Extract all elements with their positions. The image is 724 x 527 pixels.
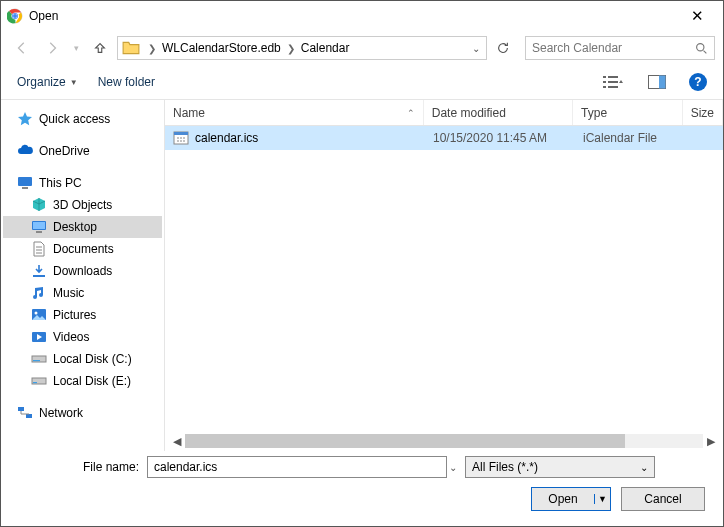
- file-list: Name ⌃ Date modified Type Size calendar.…: [164, 100, 723, 451]
- file-type-filter[interactable]: All Files (*.*) ⌄: [465, 456, 655, 478]
- sidebar-item-desktop[interactable]: Desktop: [3, 216, 162, 238]
- chevron-right-icon[interactable]: ❯: [283, 43, 299, 54]
- sidebar-item-this-pc[interactable]: This PC: [3, 172, 162, 194]
- forward-button[interactable]: [39, 35, 65, 61]
- sidebar-item-videos[interactable]: Videos: [3, 326, 162, 348]
- sidebar-item-disk-c[interactable]: Local Disk (C:): [3, 348, 162, 370]
- sidebar-label: Network: [39, 406, 83, 420]
- column-header-size[interactable]: Size: [683, 100, 723, 125]
- navigation-bar: ▾ ❯ WLCalendarStore.edb ❯ Calendar ⌄ Sea…: [1, 31, 723, 65]
- sidebar-label: 3D Objects: [53, 198, 112, 212]
- svg-point-3: [13, 14, 17, 18]
- chevron-down-icon: ⌄: [449, 462, 457, 473]
- sidebar-label: Downloads: [53, 264, 112, 278]
- open-split-dropdown[interactable]: ▼: [594, 494, 610, 504]
- pc-icon: [17, 175, 33, 191]
- file-row[interactable]: calendar.ics 10/15/2020 11:45 AM iCalend…: [165, 126, 723, 150]
- svg-rect-29: [174, 132, 188, 135]
- sidebar-label: Videos: [53, 330, 89, 344]
- organize-menu[interactable]: Organize ▼: [17, 75, 78, 89]
- preview-pane-button[interactable]: [645, 70, 669, 94]
- sidebar-label: Quick access: [39, 112, 110, 126]
- svg-point-20: [35, 312, 38, 315]
- filter-label: All Files (*.*): [472, 460, 538, 474]
- column-label: Size: [691, 106, 714, 120]
- address-bar[interactable]: ❯ WLCalendarStore.edb ❯ Calendar ⌄: [117, 36, 487, 60]
- recent-locations-dropdown[interactable]: ▾: [69, 35, 83, 61]
- svg-rect-17: [36, 231, 42, 233]
- breadcrumb-item[interactable]: Calendar: [299, 41, 352, 55]
- new-folder-label: New folder: [98, 75, 155, 89]
- svg-rect-7: [603, 81, 606, 83]
- desktop-icon: [31, 219, 47, 235]
- scrollbar-track[interactable]: [185, 434, 703, 448]
- sidebar-item-quick-access[interactable]: Quick access: [3, 108, 162, 130]
- svg-rect-10: [608, 86, 618, 88]
- drive-icon: [31, 351, 47, 367]
- view-options-button[interactable]: [601, 70, 625, 94]
- search-icon: [695, 42, 708, 55]
- close-button[interactable]: ✕: [677, 7, 717, 25]
- search-input[interactable]: Search Calendar: [525, 36, 715, 60]
- sidebar-label: Documents: [53, 242, 114, 256]
- cancel-button[interactable]: Cancel: [621, 487, 705, 511]
- address-dropdown[interactable]: ⌄: [466, 43, 486, 54]
- svg-rect-26: [18, 407, 24, 411]
- breadcrumb-item[interactable]: WLCalendarStore.edb: [160, 41, 283, 55]
- cancel-label: Cancel: [644, 492, 681, 506]
- help-button[interactable]: ?: [689, 73, 707, 91]
- document-icon: [31, 241, 47, 257]
- filename-input[interactable]: [147, 456, 447, 478]
- organize-label: Organize: [17, 75, 66, 89]
- scroll-right-icon[interactable]: ▶: [703, 435, 719, 448]
- scroll-left-icon[interactable]: ◀: [169, 435, 185, 448]
- sidebar-item-onedrive[interactable]: OneDrive: [3, 140, 162, 162]
- filename-label: File name:: [19, 460, 139, 474]
- cube-icon: [31, 197, 47, 213]
- search-placeholder: Search Calendar: [532, 41, 695, 55]
- sort-ascending-icon: ⌃: [407, 108, 415, 118]
- sidebar-label: Music: [53, 286, 84, 300]
- sidebar-item-network[interactable]: Network: [3, 402, 162, 424]
- column-header-type[interactable]: Type: [573, 100, 683, 125]
- svg-rect-8: [608, 81, 618, 83]
- chevron-right-icon[interactable]: ❯: [144, 43, 160, 54]
- file-type: iCalendar File: [575, 131, 685, 145]
- toolbar: Organize ▼ New folder ?: [1, 65, 723, 99]
- svg-rect-14: [22, 187, 28, 189]
- dialog-buttons: Open ▼ Cancel: [1, 483, 723, 521]
- back-button[interactable]: [9, 35, 35, 61]
- scrollbar-thumb[interactable]: [185, 434, 625, 448]
- sidebar-item-3d-objects[interactable]: 3D Objects: [3, 194, 162, 216]
- up-button[interactable]: [87, 35, 113, 61]
- open-label: Open: [532, 492, 594, 506]
- chrome-icon: [7, 8, 23, 24]
- svg-rect-18: [33, 275, 45, 277]
- star-icon: [17, 111, 33, 127]
- title-bar: Open ✕: [1, 1, 723, 31]
- column-header-name[interactable]: Name ⌃: [165, 100, 424, 125]
- column-label: Name: [173, 106, 205, 120]
- chevron-down-icon: ▼: [70, 78, 78, 87]
- sidebar-item-music[interactable]: Music: [3, 282, 162, 304]
- svg-rect-5: [603, 76, 606, 78]
- svg-rect-27: [26, 414, 32, 418]
- filename-row: File name: ⌄ All Files (*.*) ⌄: [1, 451, 723, 483]
- horizontal-scrollbar[interactable]: ◀ ▶: [169, 433, 719, 449]
- new-folder-button[interactable]: New folder: [98, 75, 155, 89]
- drive-icon: [31, 373, 47, 389]
- sidebar-label: Desktop: [53, 220, 97, 234]
- svg-rect-23: [33, 360, 40, 361]
- open-button[interactable]: Open ▼: [531, 487, 611, 511]
- sidebar-label: Pictures: [53, 308, 96, 322]
- sidebar-item-disk-e[interactable]: Local Disk (E:): [3, 370, 162, 392]
- refresh-button[interactable]: [491, 36, 515, 60]
- download-icon: [31, 263, 47, 279]
- sidebar-item-documents[interactable]: Documents: [3, 238, 162, 260]
- sidebar-item-pictures[interactable]: Pictures: [3, 304, 162, 326]
- column-header-date[interactable]: Date modified: [424, 100, 573, 125]
- column-headers: Name ⌃ Date modified Type Size: [165, 100, 723, 126]
- folder-icon: [122, 39, 140, 57]
- sidebar-item-downloads[interactable]: Downloads: [3, 260, 162, 282]
- svg-rect-25: [33, 382, 37, 383]
